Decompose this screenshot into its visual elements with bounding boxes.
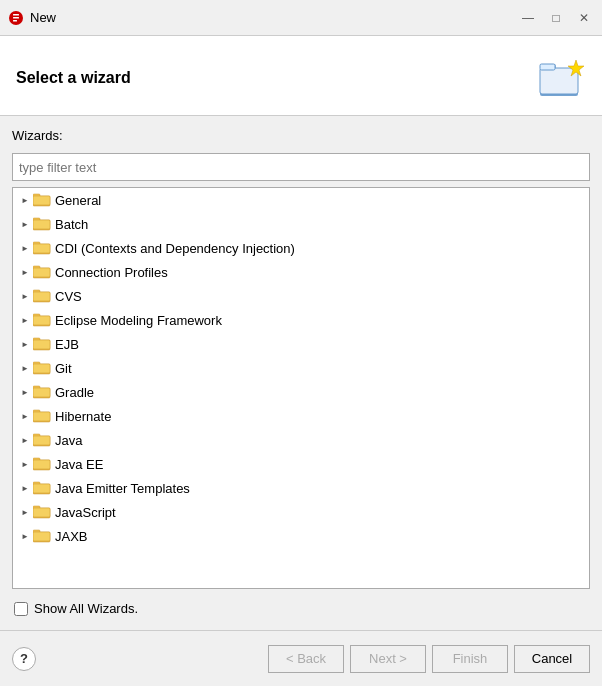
tree-item-label: JavaScript xyxy=(55,505,116,520)
show-all-label: Show All Wizards. xyxy=(34,601,138,616)
back-button[interactable]: < Back xyxy=(268,645,344,673)
tree-item-label: Eclipse Modeling Framework xyxy=(55,313,222,328)
expand-arrow-icon: ► xyxy=(17,312,33,328)
dialog-header: Select a wizard xyxy=(0,36,602,116)
expand-arrow-icon: ► xyxy=(17,336,33,352)
folder-icon xyxy=(33,217,51,231)
tree-item-label: EJB xyxy=(55,337,79,352)
filter-input[interactable] xyxy=(12,153,590,181)
expand-arrow-icon: ► xyxy=(17,456,33,472)
expand-arrow-icon: ► xyxy=(17,216,33,232)
svg-rect-11 xyxy=(33,196,50,205)
tree-item-label: Batch xyxy=(55,217,88,232)
finish-button[interactable]: Finish xyxy=(432,645,508,673)
svg-rect-32 xyxy=(33,364,50,373)
folder-icon xyxy=(33,241,51,255)
tree-item-label: Hibernate xyxy=(55,409,111,424)
tree-item[interactable]: ► General xyxy=(13,188,589,212)
folder-icon xyxy=(33,385,51,399)
wizard-header-icon xyxy=(538,54,586,102)
tree-item[interactable]: ► CVS xyxy=(13,284,589,308)
minimize-button[interactable]: — xyxy=(518,8,538,28)
tree-item-label: JAXB xyxy=(55,529,88,544)
maximize-button[interactable]: □ xyxy=(546,8,566,28)
tree-item[interactable]: ► Eclipse Modeling Framework xyxy=(13,308,589,332)
expand-arrow-icon: ► xyxy=(17,408,33,424)
folder-icon xyxy=(33,289,51,303)
svg-rect-47 xyxy=(33,484,50,493)
window-title: New xyxy=(30,10,56,25)
show-all-row: Show All Wizards. xyxy=(12,595,590,618)
expand-arrow-icon: ► xyxy=(17,288,33,304)
svg-rect-3 xyxy=(13,20,17,22)
tree-item[interactable]: ► Batch xyxy=(13,212,589,236)
window-controls: — □ ✕ xyxy=(518,8,594,28)
tree-item-label: CDI (Contexts and Dependency Injection) xyxy=(55,241,295,256)
tree-item[interactable]: ► Hibernate xyxy=(13,404,589,428)
expand-arrow-icon: ► xyxy=(17,432,33,448)
tree-item-label: Gradle xyxy=(55,385,94,400)
svg-rect-35 xyxy=(33,388,50,397)
folder-icon xyxy=(33,409,51,423)
tree-item[interactable]: ► Java EE xyxy=(13,452,589,476)
folder-icon xyxy=(33,433,51,447)
tree-item-label: CVS xyxy=(55,289,82,304)
tree-item[interactable]: ► Gradle xyxy=(13,380,589,404)
title-bar: New — □ ✕ xyxy=(0,0,602,36)
show-all-checkbox[interactable] xyxy=(14,602,28,616)
close-button[interactable]: ✕ xyxy=(574,8,594,28)
tree-item[interactable]: ► Git xyxy=(13,356,589,380)
svg-rect-26 xyxy=(33,316,50,325)
tree-item-label: Java xyxy=(55,433,82,448)
tree-item[interactable]: ► CDI (Contexts and Dependency Injection… xyxy=(13,236,589,260)
folder-icon xyxy=(33,481,51,495)
svg-rect-20 xyxy=(33,268,50,277)
expand-arrow-icon: ► xyxy=(17,504,33,520)
tree-item-label: Java EE xyxy=(55,457,103,472)
tree-item[interactable]: ► Java xyxy=(13,428,589,452)
wizards-tree[interactable]: ► General► Batch► CDI (Contexts and Depe… xyxy=(12,187,590,589)
svg-rect-23 xyxy=(33,292,50,301)
footer-buttons: < Back Next > Finish Cancel xyxy=(268,645,590,673)
expand-arrow-icon: ► xyxy=(17,264,33,280)
folder-icon xyxy=(33,529,51,543)
expand-arrow-icon: ► xyxy=(17,360,33,376)
expand-arrow-icon: ► xyxy=(17,528,33,544)
svg-rect-38 xyxy=(33,412,50,421)
tree-item-label: General xyxy=(55,193,101,208)
dialog-footer: ? < Back Next > Finish Cancel xyxy=(0,630,602,686)
tree-item-label: Git xyxy=(55,361,72,376)
expand-arrow-icon: ► xyxy=(17,240,33,256)
wizards-label: Wizards: xyxy=(12,128,590,143)
expand-arrow-icon: ► xyxy=(17,480,33,496)
svg-rect-29 xyxy=(33,340,50,349)
help-button[interactable]: ? xyxy=(12,647,36,671)
folder-icon xyxy=(33,337,51,351)
folder-icon xyxy=(33,505,51,519)
folder-icon xyxy=(33,193,51,207)
svg-rect-41 xyxy=(33,436,50,445)
tree-item[interactable]: ► Connection Profiles xyxy=(13,260,589,284)
dialog-title: Select a wizard xyxy=(16,69,131,87)
svg-rect-14 xyxy=(33,220,50,229)
cancel-button[interactable]: Cancel xyxy=(514,645,590,673)
svg-rect-7 xyxy=(540,64,555,70)
svg-rect-53 xyxy=(33,532,50,541)
svg-rect-2 xyxy=(13,17,19,19)
svg-rect-1 xyxy=(13,14,19,16)
tree-item[interactable]: ► EJB xyxy=(13,332,589,356)
folder-icon xyxy=(33,361,51,375)
svg-rect-17 xyxy=(33,244,50,253)
next-button[interactable]: Next > xyxy=(350,645,426,673)
app-icon xyxy=(8,10,24,26)
expand-arrow-icon: ► xyxy=(17,384,33,400)
svg-rect-44 xyxy=(33,460,50,469)
folder-icon xyxy=(33,313,51,327)
tree-item[interactable]: ► JavaScript xyxy=(13,500,589,524)
tree-item[interactable]: ► JAXB xyxy=(13,524,589,548)
folder-icon xyxy=(33,265,51,279)
main-content: Wizards: ► General► Batch► CDI (Contexts… xyxy=(0,116,602,630)
tree-item-label: Connection Profiles xyxy=(55,265,168,280)
svg-rect-50 xyxy=(33,508,50,517)
tree-item[interactable]: ► Java Emitter Templates xyxy=(13,476,589,500)
